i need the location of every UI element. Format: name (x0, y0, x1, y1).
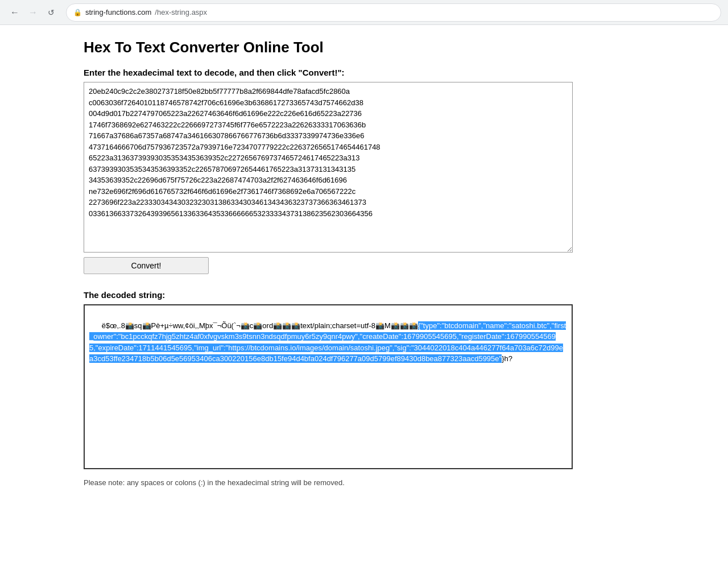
input-section: Enter the hexadecimal text to decode, an… (84, 68, 644, 274)
decoded-text-before: ë$œ,.8📸sq📸Pè+µ÷ww,¢öi,,Mþx¯¬Õü(`¬📸c📸ord📸… (102, 321, 418, 330)
decoded-label: The decoded string: (84, 290, 644, 300)
page-title: Hex To Text Converter Online Tool (84, 39, 644, 56)
decoded-output[interactable]: ë$œ,.8📸sq📸Pè+µ÷ww,¢öi,,Mþx¯¬Õü(`¬📸c📸ord📸… (84, 304, 573, 469)
refresh-button[interactable]: ↺ (43, 5, 59, 20)
hex-input[interactable]: 20eb240c9c2c2e380273718f50e82bb5f77777b8… (84, 82, 573, 253)
convert-button[interactable]: Convert! (84, 257, 209, 274)
address-path: /hex-string.aspx (155, 8, 207, 16)
footer-note: Please note: any spaces or colons (:) in… (84, 478, 644, 487)
decoded-section: The decoded string: ë$œ,.8📸sq📸Pè+µ÷ww,¢ö… (84, 290, 644, 469)
page-content: Hex To Text Converter Online Tool Enter … (65, 25, 663, 500)
nav-buttons: ← → ↺ (7, 5, 59, 20)
address-domain: string-functions.com (85, 8, 151, 16)
browser-chrome: ← → ↺ 🔒 string-functions.com /hex-string… (0, 0, 728, 25)
input-label: Enter the hexadecimal text to decode, an… (84, 68, 644, 77)
back-button[interactable]: ← (7, 5, 23, 20)
lock-icon: 🔒 (73, 9, 82, 16)
decoded-text-after: }h? (502, 354, 512, 363)
forward-button[interactable]: → (25, 5, 41, 20)
address-bar[interactable]: 🔒 string-functions.com /hex-string.aspx (66, 3, 721, 22)
